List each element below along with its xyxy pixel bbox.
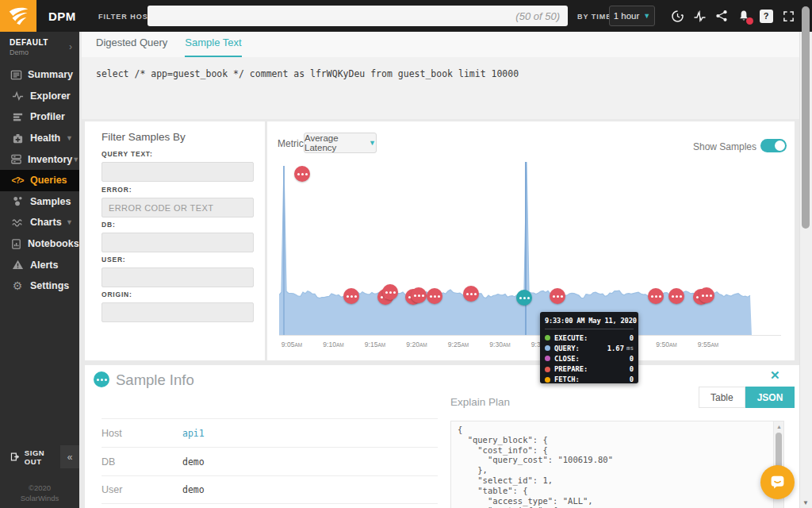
- close-icon[interactable]: ✕: [770, 369, 780, 381]
- sidebar-item-label: Settings: [30, 280, 69, 291]
- sample-dots-icon: [94, 371, 109, 387]
- time-range-select[interactable]: 1 hour ▼: [609, 6, 655, 26]
- host-value-link[interactable]: api1: [182, 428, 205, 439]
- history-icon[interactable]: [670, 9, 684, 23]
- error-sample-marker[interactable]: [550, 288, 565, 304]
- error-sample-marker[interactable]: [294, 166, 310, 182]
- selected-sample-marker[interactable]: [516, 290, 532, 306]
- error-sample-marker[interactable]: [668, 288, 684, 304]
- user-value: demo: [182, 484, 205, 495]
- share-icon[interactable]: [714, 9, 729, 23]
- show-samples-toggle[interactable]: [760, 139, 787, 152]
- error-sample-marker[interactable]: [427, 288, 442, 304]
- sidebar-item-alerts[interactable]: Alerts: [0, 254, 79, 275]
- page-scrollbar-thumb[interactable]: [802, 6, 810, 229]
- chevron-down-icon: ▼: [369, 139, 376, 147]
- filter-group-origin: ORIGIN:: [102, 291, 254, 322]
- sample-info-table: Host api1 DB demo User demo: [102, 418, 438, 504]
- explain-view-switch: Table JSON: [699, 387, 795, 408]
- environment-sub: Demo: [10, 48, 71, 56]
- notifications-icon[interactable]: [737, 9, 751, 23]
- sidebar: DEFAULT Demo › SummaryExplorerProfilerHe…: [0, 32, 79, 508]
- db-input[interactable]: [102, 233, 254, 252]
- help-icon[interactable]: ?: [759, 9, 773, 23]
- solarwinds-logo[interactable]: [0, 0, 36, 32]
- ellipsis-icon: [676, 295, 678, 298]
- notification-badge: [746, 17, 753, 25]
- filter-samples-panel: Filter Samples By QUERY TEXT: ERROR: DB:…: [85, 121, 265, 360]
- sidebar-item-queries[interactable]: <?>Queries: [0, 170, 79, 191]
- sample-tabs: Digested Query Sample Text: [82, 32, 799, 57]
- sidebar-item-notebooks[interactable]: Notebooks: [0, 233, 79, 255]
- solarwinds-swoosh-icon: [6, 4, 30, 28]
- sidebar-item-health[interactable]: Health▼: [0, 128, 79, 149]
- copyright-year: ©2020: [0, 483, 79, 493]
- error-sample-marker[interactable]: [382, 284, 398, 300]
- filter-panel-title: Filter Samples By: [102, 131, 186, 143]
- show-samples-label: Show Samples: [693, 141, 756, 152]
- query-text-input[interactable]: [102, 162, 254, 182]
- health-icon: [10, 133, 25, 144]
- sql-strip: select /* app=guest_book */ comment as l…: [82, 57, 799, 119]
- sidebar-item-explorer[interactable]: Explorer: [0, 86, 79, 107]
- topbar-icons: ?: [670, 0, 795, 32]
- ellipsis-icon: [470, 293, 473, 295]
- chart-tooltip: 9:33:00 AM May 11, 2020 EXECUTE:0QUERY:1…: [540, 312, 638, 383]
- sign-out-button[interactable]: SIGN OUT: [0, 448, 60, 466]
- sidebar-item-inventory[interactable]: Inventory▼: [0, 148, 79, 170]
- sidebar-item-profiler[interactable]: Profiler: [0, 106, 79, 128]
- user-input[interactable]: [102, 267, 254, 287]
- user-label: USER:: [102, 256, 254, 264]
- sidebar-collapse-button[interactable]: «: [60, 445, 79, 468]
- tooltip-divider: [545, 329, 634, 329]
- inventory-icon: [10, 153, 22, 165]
- series-label: QUERY:: [554, 344, 580, 352]
- series-label: EXECUTE:: [554, 334, 588, 342]
- explorer-icon: [10, 90, 25, 102]
- sidebar-item-summary[interactable]: Summary: [0, 64, 79, 86]
- filter-hosts-input[interactable]: [147, 6, 568, 26]
- toggle-knob: [775, 140, 785, 151]
- error-sample-marker[interactable]: [648, 288, 664, 304]
- metric-select[interactable]: Average Latency ▼: [304, 133, 377, 153]
- error-sample-marker[interactable]: [343, 288, 359, 304]
- latency-area-chart[interactable]: [279, 161, 781, 336]
- tooltip-series-row: CLOSE:0: [545, 353, 634, 364]
- error-input[interactable]: [102, 198, 254, 217]
- tab-digested-query[interactable]: Digested Query: [96, 37, 167, 57]
- app-root: DPM FILTER HOSTS BY TIME 1 hour ▼ ? DEFA…: [0, 0, 812, 508]
- page-scrollbar[interactable]: ▼: [799, 32, 812, 508]
- tab-sample-text[interactable]: Sample Text: [185, 37, 241, 57]
- activity-icon[interactable]: [692, 9, 707, 23]
- series-value: 0: [630, 355, 634, 363]
- series-value: 0: [630, 375, 634, 383]
- page-scroll-down-icon[interactable]: ▼: [799, 498, 812, 507]
- error-sample-marker[interactable]: [463, 286, 479, 302]
- db-label: DB:: [102, 221, 254, 229]
- error-sample-marker[interactable]: [699, 287, 714, 303]
- series-color-dot: [545, 335, 550, 341]
- table-view-button[interactable]: Table: [699, 387, 745, 408]
- error-sample-marker[interactable]: [411, 287, 427, 303]
- json-view-button[interactable]: JSON: [745, 387, 795, 408]
- origin-input[interactable]: [102, 302, 254, 322]
- explain-json-code: { "query_block": { "cost_info": { "query…: [451, 421, 783, 508]
- fullscreen-icon[interactable]: [781, 9, 795, 23]
- sidebar-item-label: Notebooks: [28, 238, 79, 249]
- sidebar-item-settings[interactable]: ⚙Settings: [0, 275, 79, 297]
- environment-switcher[interactable]: DEFAULT Demo ›: [0, 32, 79, 64]
- scroll-up-icon[interactable]: ▲: [774, 421, 784, 431]
- sidebar-nav: SummaryExplorerProfilerHealth▼Inventory▼…: [0, 64, 79, 297]
- summary-icon: [10, 69, 22, 81]
- origin-label: ORIGIN:: [102, 291, 254, 298]
- sidebar-item-charts[interactable]: Charts▼: [0, 212, 79, 233]
- chevron-down-icon: ▼: [66, 218, 73, 226]
- x-tick-label: 9:50AM: [656, 341, 676, 348]
- sidebar-item-samples[interactable]: Samples: [0, 191, 79, 213]
- environment-name: DEFAULT: [10, 38, 71, 47]
- app-title: DPM: [48, 10, 76, 23]
- sign-out-label: SIGN OUT: [25, 448, 61, 466]
- chat-launcher-button[interactable]: [760, 465, 795, 499]
- time-range-value: 1 hour: [614, 11, 640, 21]
- sidebar-item-label: Summary: [28, 69, 73, 80]
